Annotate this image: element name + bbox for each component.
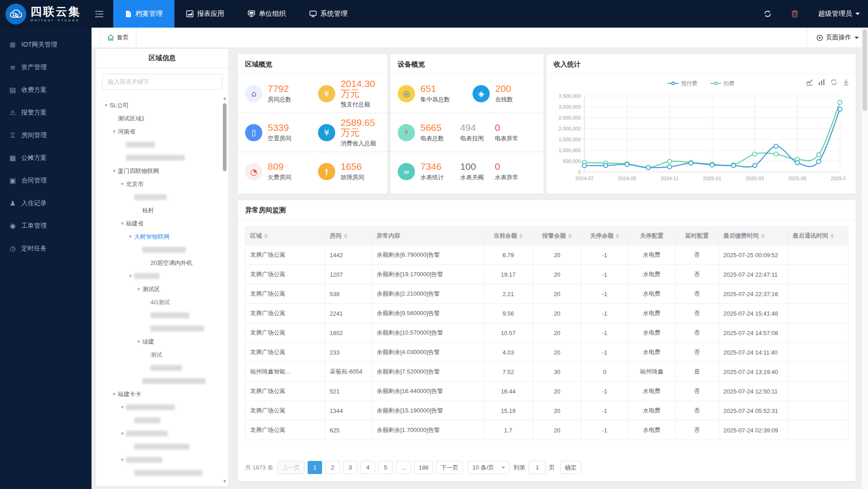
scrollbar-thumb[interactable] xyxy=(223,103,227,171)
bar-chart-toggle-icon[interactable] xyxy=(818,79,825,86)
tree-node[interactable] xyxy=(96,361,222,374)
tree-expand-icon[interactable]: ▼ xyxy=(119,431,126,436)
tree-expand-icon[interactable]: ▼ xyxy=(127,234,134,239)
tree-node[interactable]: 测试 xyxy=(96,348,222,361)
page-actions-button[interactable]: 页面操作 xyxy=(807,28,868,48)
tree-expand-icon[interactable]: ▼ xyxy=(119,182,126,187)
tree-node[interactable]: ▼厦门四联物联网 xyxy=(96,164,222,177)
tree-expand-icon[interactable]: ▼ xyxy=(127,273,134,278)
tree-node[interactable]: ▼大树智物联网 xyxy=(96,230,222,243)
tree-node[interactable]: ▼福建卡卡 xyxy=(96,388,222,401)
page-button-188[interactable]: 188 xyxy=(414,461,433,474)
column-header[interactable]: 关停余额 xyxy=(581,227,628,245)
sidebar-item-alarm-plan[interactable]: ⚠报警方案 xyxy=(0,101,92,124)
legend-item-预付费[interactable]: 预付费 xyxy=(668,80,698,87)
sidebar-item-contract[interactable]: ▣合同管理 xyxy=(0,169,92,192)
sort-caret-icon[interactable] xyxy=(616,232,619,240)
sort-caret-icon[interactable] xyxy=(761,232,765,240)
tree-node[interactable] xyxy=(96,414,222,427)
tree-node[interactable]: 4G测试 xyxy=(96,296,222,309)
download-icon[interactable] xyxy=(843,79,849,86)
legend-item-扣费[interactable]: 扣费 xyxy=(710,80,735,87)
page-button-5[interactable]: 5 xyxy=(378,461,393,474)
next-page-button[interactable]: 下一页 xyxy=(436,461,463,474)
tree-node[interactable]: ▼ xyxy=(96,427,222,440)
tree-expand-icon[interactable]: ▼ xyxy=(119,221,126,226)
sort-caret-icon[interactable] xyxy=(568,232,572,240)
income-line-chart[interactable]: 0500,0001,000,0001,500,0002,000,0002,500… xyxy=(549,91,846,189)
tree-node[interactable]: 测试区域1 xyxy=(96,112,222,125)
tree-node[interactable] xyxy=(96,322,222,335)
prev-page-button[interactable]: 上一页 xyxy=(278,461,304,474)
nav-tab-chart[interactable]: 报表应用 xyxy=(174,0,236,28)
page-button-4[interactable]: 4 xyxy=(361,461,375,474)
tree-scrollbar[interactable]: ▲ ▼ xyxy=(222,96,227,484)
confirm-button[interactable]: 确定 xyxy=(560,461,581,474)
tree-node[interactable]: ▼ xyxy=(96,453,222,466)
column-header[interactable]: 区域 xyxy=(246,227,325,245)
trash-icon[interactable] xyxy=(791,10,798,18)
sidebar-item-work-order[interactable]: ◉工单管理 xyxy=(0,215,92,237)
tree-node[interactable]: ▼ xyxy=(96,269,222,283)
region-filter-input[interactable] xyxy=(102,74,222,90)
tree-node[interactable]: ▼绿建 xyxy=(96,335,222,348)
page-button-1[interactable]: 1 xyxy=(308,461,322,474)
sort-caret-icon[interactable] xyxy=(344,232,347,240)
tree-node[interactable]: ▼福建省 xyxy=(96,217,222,230)
tree-node[interactable] xyxy=(96,151,222,164)
goto-page-input[interactable] xyxy=(529,461,546,474)
tree-expand-icon[interactable]: ▼ xyxy=(119,457,126,462)
tree-expand-icon[interactable]: ▼ xyxy=(111,392,118,397)
sort-caret-icon[interactable] xyxy=(264,232,268,240)
tree-node[interactable]: ▼SL公司 xyxy=(96,99,222,112)
tree-expand-icon[interactable]: ▼ xyxy=(111,168,118,173)
user-menu[interactable]: 超级管理员 xyxy=(818,10,860,18)
nav-tab-doc[interactable]: 档案管理 xyxy=(113,0,174,28)
sidebar-item-check-in[interactable]: ♟入住记录 xyxy=(0,192,92,215)
sidebar-item-room-mgmt[interactable]: ♖房间管理 xyxy=(0,124,92,147)
sidebar-collapse-icon[interactable] xyxy=(95,11,103,17)
tree-node[interactable]: ▼河南省 xyxy=(96,125,222,138)
tree-node[interactable]: ▼测试区 xyxy=(96,283,222,296)
refresh-icon[interactable] xyxy=(764,10,772,18)
tree-expand-icon[interactable]: ▼ xyxy=(135,339,142,344)
sidebar-item-timed-task[interactable]: ◷定时任务 xyxy=(0,237,92,260)
tree-node[interactable]: ▼北京市 xyxy=(96,177,222,191)
tab-home[interactable]: 首页 xyxy=(100,28,136,48)
tree-node[interactable]: 桂村 xyxy=(96,204,222,217)
sidebar-item-asset[interactable]: ≡资产管理 xyxy=(0,56,92,79)
page-scrollbar-thumb[interactable] xyxy=(863,29,867,111)
sidebar-item-billing-plan[interactable]: ▤收费方案 xyxy=(0,79,92,101)
page-scrollbar[interactable] xyxy=(861,28,868,489)
tree-node[interactable] xyxy=(96,374,222,388)
tree-expand-icon[interactable]: ▼ xyxy=(135,287,142,292)
scroll-up-icon[interactable]: ▲ xyxy=(222,96,227,101)
tree-node[interactable] xyxy=(96,138,222,151)
sort-caret-icon[interactable] xyxy=(519,232,523,240)
scroll-down-icon[interactable]: ▼ xyxy=(222,479,227,484)
nav-tab-org[interactable]: 单位组织 xyxy=(236,0,298,28)
sidebar-item-share-plan[interactable]: ▦公摊方案 xyxy=(0,147,92,169)
column-header[interactable]: 报警余额 xyxy=(533,227,581,245)
tree-expand-icon[interactable]: ▼ xyxy=(119,405,126,410)
tree-node[interactable] xyxy=(96,309,222,322)
tree-node[interactable]: 20层空调内外机 xyxy=(96,256,222,269)
tree-expand-icon[interactable]: ▼ xyxy=(111,129,118,134)
page-size-select[interactable]: 10 条/页 xyxy=(468,461,509,474)
tree-node[interactable] xyxy=(96,466,222,479)
column-header[interactable]: 当前余额 xyxy=(483,227,533,245)
tree-expand-icon[interactable]: ▼ xyxy=(102,103,110,108)
tree-node[interactable] xyxy=(96,191,222,204)
tree-node[interactable] xyxy=(96,440,222,453)
column-header[interactable]: 最后缴费时间 xyxy=(719,227,788,245)
sort-caret-icon[interactable] xyxy=(830,232,834,240)
tree-node[interactable]: ▼ xyxy=(96,401,222,414)
nav-tab-system[interactable]: 系统管理 xyxy=(298,0,359,28)
page-button-2[interactable]: 2 xyxy=(325,461,340,474)
chart-refresh-icon[interactable] xyxy=(830,79,837,86)
tree-node[interactable] xyxy=(96,243,222,256)
column-header[interactable]: 最后通讯时间 xyxy=(788,227,848,245)
page-button-3[interactable]: 3 xyxy=(343,461,357,474)
line-chart-toggle-icon[interactable] xyxy=(806,79,813,86)
column-header[interactable]: 房间 xyxy=(325,227,372,245)
